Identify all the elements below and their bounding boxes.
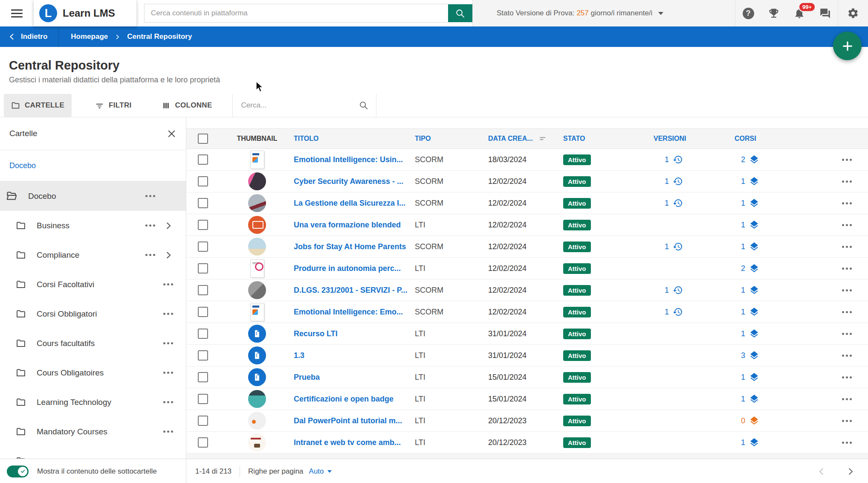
sidebar-close-button[interactable]: [167, 129, 176, 139]
courses-link[interactable]: 1: [741, 177, 745, 186]
layers-icon[interactable]: [749, 176, 759, 186]
content-title-link[interactable]: Recurso LTI: [294, 329, 338, 338]
row-checkbox[interactable]: [198, 307, 208, 317]
sort-icon[interactable]: [539, 135, 547, 143]
courses-link[interactable]: 1: [741, 308, 745, 317]
column-header-versions[interactable]: VERSIONI: [654, 135, 735, 143]
history-icon[interactable]: [673, 154, 683, 165]
layers-alert-icon[interactable]: [749, 416, 759, 426]
courses-link[interactable]: 1: [741, 395, 745, 404]
show-subfolder-content-toggle[interactable]: [7, 466, 29, 477]
row-menu-button[interactable]: [842, 201, 852, 206]
row-checkbox[interactable]: [198, 176, 208, 186]
row-menu-button[interactable]: [842, 440, 852, 445]
courses-link[interactable]: 0: [741, 416, 745, 425]
layers-icon[interactable]: [749, 307, 759, 317]
courses-link[interactable]: 1: [741, 329, 745, 338]
content-title-link[interactable]: Dal PowerPoint al tutorial m...: [294, 416, 402, 425]
chevron-right-icon[interactable]: [164, 250, 173, 260]
row-menu-button[interactable]: [842, 396, 852, 402]
folder-menu-button[interactable]: [145, 193, 155, 199]
folder-row-learning-technology[interactable]: Learning Technology: [0, 387, 186, 417]
versions-link[interactable]: 1: [665, 199, 669, 208]
content-title-link[interactable]: Intranet e web tv come amb...: [294, 438, 401, 447]
chevron-right-icon[interactable]: [164, 221, 173, 230]
folder-path-root-link[interactable]: Docebo: [9, 161, 36, 170]
search-icon[interactable]: [359, 101, 368, 110]
notifications-button[interactable]: 99+: [787, 0, 812, 26]
row-checkbox[interactable]: [198, 350, 208, 361]
content-title-link[interactable]: Emotional Intelligence: Usin...: [294, 155, 403, 164]
layers-icon[interactable]: [749, 220, 759, 230]
content-title-link[interactable]: D.LGS. 231/2001 - SERVIZI - P...: [294, 286, 407, 295]
folders-button[interactable]: CARTELLE: [4, 94, 72, 117]
row-menu-button[interactable]: [842, 288, 852, 293]
row-menu-button[interactable]: [842, 266, 852, 271]
history-icon[interactable]: [673, 242, 683, 252]
help-button[interactable]: [735, 0, 761, 26]
versions-link[interactable]: 1: [665, 308, 669, 317]
history-icon[interactable]: [673, 307, 683, 317]
column-header-title[interactable]: TITOLO: [294, 135, 415, 143]
courses-link[interactable]: 1: [741, 286, 745, 295]
courses-link[interactable]: 1: [741, 438, 745, 447]
row-menu-button[interactable]: [842, 309, 852, 315]
row-checkbox[interactable]: [198, 394, 208, 404]
previous-page-button[interactable]: [817, 467, 826, 476]
breadcrumb-homepage-link[interactable]: Homepage: [71, 32, 108, 41]
add-content-fab[interactable]: [833, 32, 862, 60]
column-header-status[interactable]: STATO: [563, 135, 654, 143]
folder-menu-button[interactable]: [163, 340, 173, 346]
row-checkbox[interactable]: [198, 242, 208, 252]
folder-menu-button[interactable]: [163, 399, 173, 405]
table-search-input[interactable]: [240, 101, 355, 110]
content-title-link[interactable]: Emotional Intelligence: Emo...: [294, 308, 403, 317]
column-header-created[interactable]: DATA CREA...: [488, 135, 563, 143]
folder-row-compliance[interactable]: Compliance: [0, 240, 186, 270]
row-checkbox[interactable]: [198, 372, 208, 382]
layers-icon[interactable]: [749, 394, 759, 404]
history-icon[interactable]: [673, 176, 683, 186]
trial-status[interactable]: Stato Versione di Prova: 257 giorno/i ri…: [473, 9, 663, 17]
content-title-link[interactable]: Jobs for Stay At Home Parents: [294, 242, 406, 251]
row-menu-button[interactable]: [842, 353, 852, 358]
layers-icon[interactable]: [749, 154, 759, 165]
layers-icon[interactable]: [749, 198, 759, 208]
row-menu-button[interactable]: [842, 375, 852, 380]
row-menu-button[interactable]: [842, 331, 852, 337]
next-page-button[interactable]: [846, 467, 855, 476]
row-checkbox[interactable]: [198, 437, 208, 448]
folder-row-cours-obligatoires[interactable]: Cours Obligatoires: [0, 358, 186, 387]
folder-row-business[interactable]: Business: [0, 211, 186, 240]
content-title-link[interactable]: Produrre in autonomia perc...: [294, 264, 401, 273]
courses-link[interactable]: 1: [741, 373, 745, 382]
row-menu-button[interactable]: [842, 222, 852, 228]
folder-row-corsi-facoltativi[interactable]: Corsi Facoltativi: [0, 270, 186, 299]
folder-menu-button[interactable]: [145, 252, 155, 258]
courses-link[interactable]: 2: [741, 155, 745, 164]
brand-logo[interactable]: L Learn LMS: [33, 0, 137, 26]
column-header-type[interactable]: TIPO: [415, 135, 488, 143]
content-title-link[interactable]: Cyber Security Awareness - ...: [294, 177, 403, 186]
rows-per-page-select[interactable]: Auto: [309, 467, 332, 476]
row-checkbox[interactable]: [198, 329, 208, 339]
column-header-courses[interactable]: CORSI: [735, 135, 811, 143]
hamburger-menu-button[interactable]: [0, 0, 33, 26]
row-checkbox[interactable]: [198, 416, 208, 426]
courses-link[interactable]: 1: [741, 221, 745, 230]
versions-link[interactable]: 1: [665, 177, 669, 186]
content-title-link[interactable]: Certificazioni e open badge: [294, 395, 393, 404]
folder-menu-button[interactable]: [163, 429, 173, 434]
global-search-button[interactable]: [448, 4, 472, 22]
admin-settings-button[interactable]: [838, 0, 868, 26]
courses-link[interactable]: 1: [741, 242, 745, 251]
layers-icon[interactable]: [749, 437, 759, 448]
row-checkbox[interactable]: [198, 285, 208, 295]
content-title-link[interactable]: La Gestione della Sicurezza I...: [294, 199, 405, 208]
row-checkbox[interactable]: [198, 263, 208, 274]
row-menu-button[interactable]: [842, 418, 852, 424]
global-search-input[interactable]: [144, 4, 448, 23]
row-menu-button[interactable]: [842, 179, 852, 184]
row-menu-button[interactable]: [842, 157, 852, 163]
layers-icon[interactable]: [749, 350, 759, 361]
